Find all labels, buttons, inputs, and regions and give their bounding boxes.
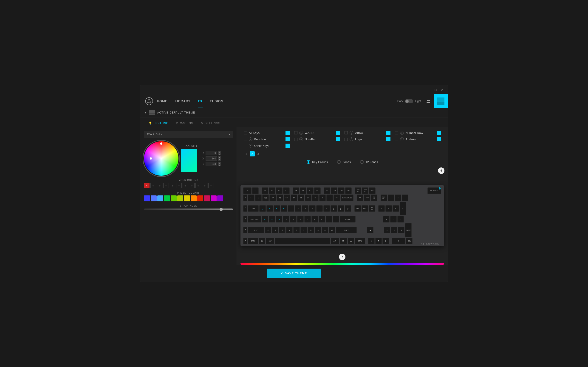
back-button[interactable]: ‹ <box>145 110 146 115</box>
key-g[interactable]: G <box>290 216 296 223</box>
key-numenter[interactable]: ENTER <box>405 223 412 237</box>
key-j[interactable]: J <box>304 216 311 223</box>
key-semicolon[interactable]: ;: <box>326 216 332 223</box>
preset-5[interactable] <box>177 195 183 201</box>
r-down[interactable]: ▼ <box>218 153 221 155</box>
preset-0[interactable] <box>144 195 150 201</box>
key-end[interactable]: END <box>362 205 368 212</box>
add-color-9[interactable]: + <box>208 183 214 188</box>
key-slash[interactable]: /? <box>329 227 335 233</box>
key-5[interactable]: 5% <box>284 194 290 201</box>
key-pgdn[interactable]: PGDN <box>369 205 375 212</box>
key-num5[interactable]: 5 <box>390 216 397 223</box>
b-stepper[interactable]: ▲ ▼ <box>218 162 221 166</box>
add-color-1[interactable]: + <box>157 183 162 188</box>
key-win[interactable]: ⊞ <box>259 238 265 244</box>
add-color-5[interactable]: + <box>183 183 188 188</box>
key-m[interactable]: M <box>308 227 314 233</box>
key-menu[interactable]: ☰ <box>348 238 354 244</box>
preset-7[interactable] <box>191 195 197 201</box>
key-num1[interactable]: 1 <box>384 227 390 233</box>
kg-function-color[interactable] <box>285 137 290 141</box>
key-q[interactable]: Q <box>259 205 266 212</box>
key-macro-5[interactable]: ▲5 <box>243 238 247 244</box>
add-color-2[interactable]: + <box>163 183 169 188</box>
key-num8[interactable]: 8 <box>385 205 392 212</box>
key-comma[interactable]: ,< <box>315 227 321 233</box>
key-a[interactable]: A <box>262 216 268 223</box>
key-scrlk[interactable]: SCRLK <box>362 187 368 194</box>
r-stepper[interactable]: ▲ ▼ <box>218 151 221 155</box>
close-button[interactable]: ✕ <box>440 88 444 92</box>
effect-select[interactable]: Effect: Color ▾ <box>144 131 233 138</box>
key-fn-r[interactable]: FN <box>340 238 347 244</box>
key-arrow-left[interactable]: ◀ <box>368 238 375 244</box>
theme-toggle[interactable]: Dark Light <box>397 99 421 103</box>
key-backspace[interactable]: BACKSPACE <box>341 194 354 201</box>
key-f11[interactable]: F11 <box>338 187 345 194</box>
key-num2[interactable]: 2 <box>391 227 397 233</box>
color-preview[interactable] <box>181 149 197 172</box>
nav-fusion[interactable]: FUSION <box>210 98 224 104</box>
key-f5[interactable]: F5 <box>293 187 299 194</box>
kg-arrow-color[interactable] <box>386 131 390 135</box>
kg-all-keys-color[interactable] <box>285 131 290 135</box>
key-9[interactable]: 9( <box>312 194 319 201</box>
key-0[interactable]: 0) <box>319 194 326 201</box>
key-v[interactable]: V <box>286 227 293 233</box>
key-capslock[interactable]: CAPS LOCK <box>248 216 261 223</box>
key-pgup[interactable]: PGUP <box>371 194 377 201</box>
r-up[interactable]: ▲ <box>218 151 221 153</box>
wheel-hue-handle[interactable] <box>160 142 162 145</box>
kg-logo-checkbox[interactable] <box>345 138 348 141</box>
key-1[interactable]: 1! <box>255 194 262 201</box>
key-numdiv[interactable]: / <box>388 194 394 201</box>
kg-arrow-checkbox[interactable] <box>345 131 348 134</box>
add-color-4[interactable]: + <box>176 183 182 188</box>
key-arrow-up[interactable]: ▲ <box>367 227 373 233</box>
nav-home[interactable]: HOME <box>157 98 167 104</box>
key-ins[interactable]: INS <box>357 194 363 201</box>
key-num3[interactable]: 3 <box>398 227 405 233</box>
key-arrow-right[interactable]: ▶ <box>382 238 389 244</box>
preset-1[interactable] <box>151 195 157 201</box>
add-color-3[interactable]: + <box>170 183 175 188</box>
key-num4[interactable]: 4 <box>383 216 389 223</box>
add-color-6[interactable]: + <box>189 183 195 188</box>
b-down[interactable]: ▼ <box>218 164 221 166</box>
key-esc[interactable]: ESC <box>252 187 259 194</box>
key-prtsc[interactable]: PRTSC <box>355 187 361 194</box>
key-space[interactable] <box>275 238 330 244</box>
key-f7[interactable]: F7 <box>307 187 313 194</box>
key-macro-1[interactable]: ▲1 <box>243 194 247 201</box>
key-i[interactable]: I <box>309 205 316 212</box>
preset-11[interactable] <box>217 195 223 201</box>
add-color-8[interactable]: + <box>202 183 208 188</box>
kg-number-row-color[interactable] <box>437 131 441 135</box>
key-6[interactable]: 6^ <box>291 194 297 201</box>
tab-settings[interactable]: ⚙ SETTINGS <box>197 120 224 127</box>
kg-ambient-checkbox[interactable] <box>395 138 398 141</box>
page-tab-3[interactable]: 3 <box>256 151 261 156</box>
key-macro-3[interactable]: ▲3 <box>243 216 247 223</box>
key-k[interactable]: K <box>311 216 318 223</box>
key-macro-4[interactable]: ▲4 <box>243 227 247 233</box>
preset-8[interactable] <box>197 195 203 201</box>
key-del[interactable]: DEL <box>355 205 361 212</box>
key-f2[interactable]: F2 <box>269 187 275 194</box>
key-e[interactable]: E <box>274 205 280 212</box>
key-3[interactable]: 3# <box>269 194 276 201</box>
key-b[interactable]: B <box>293 227 300 233</box>
key-enter[interactable]: ENTER <box>340 216 355 223</box>
preset-9[interactable] <box>204 195 210 201</box>
key-c[interactable]: C <box>279 227 285 233</box>
save-theme-button[interactable]: ✓ SAVE THEME <box>267 269 321 278</box>
key-x[interactable]: X <box>272 227 278 233</box>
key-w[interactable]: W <box>267 205 273 212</box>
preset-3[interactable] <box>164 195 170 201</box>
key-h[interactable]: H <box>297 216 304 223</box>
key-home[interactable]: HOME <box>364 194 370 201</box>
g-up[interactable]: ▲ <box>218 156 221 158</box>
key-f4[interactable]: F4 <box>283 187 290 194</box>
key-fn[interactable]: Fn <box>243 187 251 194</box>
